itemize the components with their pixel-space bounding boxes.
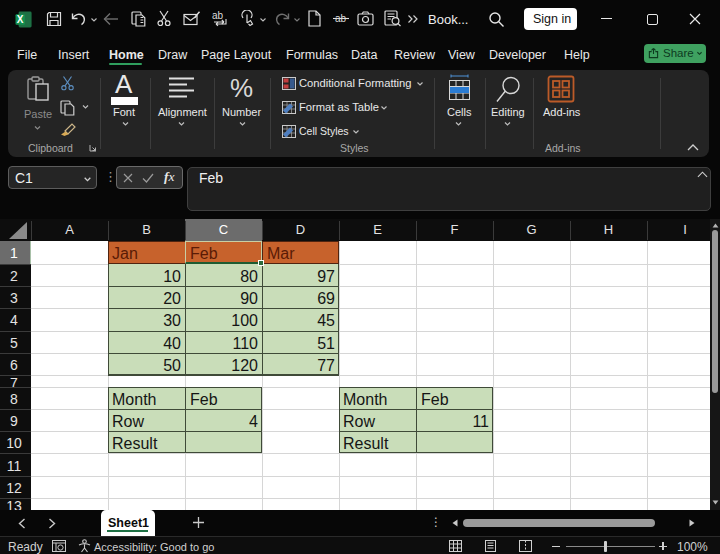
svg-text:ab: ab — [212, 11, 224, 21]
svg-text:X: X — [17, 14, 24, 25]
